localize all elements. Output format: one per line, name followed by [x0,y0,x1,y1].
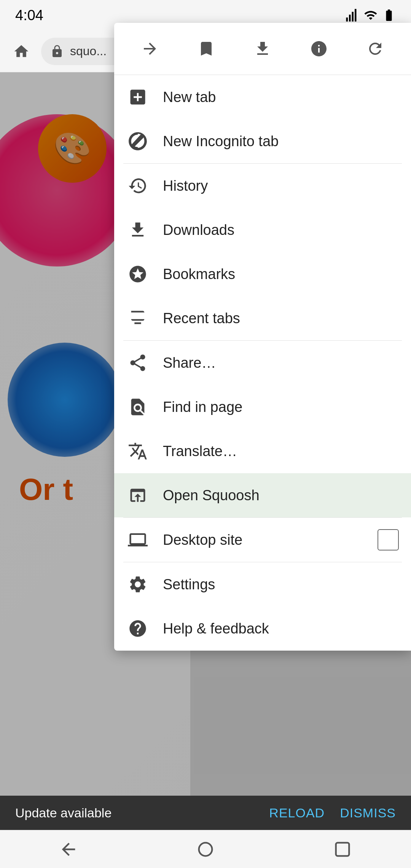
info-button[interactable] [304,34,334,64]
nav-back-button[interactable] [53,834,84,865]
home-toolbar-btn[interactable] [8,38,35,65]
lock-icon [50,45,64,58]
incognito-icon [126,130,149,153]
new-tab-icon [126,86,149,108]
help-icon [126,617,149,640]
nav-recents-button[interactable] [327,834,358,865]
desktop-site-label: Desktop site [163,532,378,548]
bookmark-button[interactable] [191,34,221,64]
bookmarks-label: Bookmarks [163,266,399,282]
recent-tabs-label: Recent tabs [163,310,399,327]
desktop-site-checkbox[interactable] [378,529,399,550]
refresh-button[interactable] [360,34,390,64]
svg-rect-1 [349,15,351,22]
dropdown-menu: New tab New Incognito tab History Downlo… [114,23,411,651]
menu-item-settings[interactable]: Settings [114,562,411,606]
help-feedback-label: Help & feedback [163,621,399,637]
menu-item-open-squoosh[interactable]: Open Squoosh [114,473,411,517]
battery-icon [382,8,396,22]
menu-item-translate[interactable]: Translate… [114,429,411,473]
signal-icon [346,8,359,22]
desktop-site-icon [126,528,149,551]
menu-item-new-tab[interactable]: New tab [114,75,411,119]
downloads-label: Downloads [163,222,399,238]
svg-rect-5 [336,842,349,856]
new-incognito-tab-label: New Incognito tab [163,133,399,150]
open-squoosh-icon [126,484,149,507]
nav-home-button[interactable] [190,834,221,865]
menu-item-bookmarks[interactable]: Bookmarks [114,252,411,296]
menu-item-help-feedback[interactable]: Help & feedback [114,606,411,651]
settings-label: Settings [163,576,399,593]
reload-button[interactable]: RELOAD [269,806,325,820]
svg-rect-0 [346,18,348,22]
update-bar: Update available RELOAD DISMISS [0,796,411,830]
wifi-icon [364,8,378,22]
find-in-page-label: Find in page [163,399,399,415]
share-label: Share… [163,355,399,371]
menu-item-recent-tabs[interactable]: Recent tabs [114,296,411,340]
download-toolbar-button[interactable] [247,34,278,64]
menu-item-new-incognito-tab[interactable]: New Incognito tab [114,119,411,163]
recent-tabs-icon [126,307,149,330]
open-squoosh-label: Open Squoosh [163,487,399,504]
bookmarks-icon [126,263,149,286]
new-tab-label: New tab [163,89,399,105]
translate-icon [126,440,149,463]
menu-item-find-in-page[interactable]: Find in page [114,385,411,429]
update-message: Update available [15,806,112,820]
svg-rect-2 [352,12,354,22]
translate-label: Translate… [163,443,399,460]
menu-item-desktop-site[interactable]: Desktop site [114,518,411,562]
menu-item-history[interactable]: History [114,164,411,208]
svg-point-4 [199,842,212,856]
history-label: History [163,178,399,194]
share-icon [126,351,149,374]
forward-button[interactable] [135,34,165,64]
downloads-icon [126,219,149,241]
menu-item-share[interactable]: Share… [114,341,411,385]
update-actions: RELOAD DISMISS [269,806,396,820]
menu-item-downloads[interactable]: Downloads [114,208,411,252]
svg-rect-3 [355,9,357,22]
status-icons [346,8,396,22]
nav-bar [0,830,411,868]
history-icon [126,174,149,197]
dismiss-button[interactable]: DISMISS [340,806,396,820]
dropdown-toolbar [114,23,411,75]
settings-icon [126,573,149,596]
find-in-page-icon [126,396,149,418]
status-time: 4:04 [15,7,43,24]
